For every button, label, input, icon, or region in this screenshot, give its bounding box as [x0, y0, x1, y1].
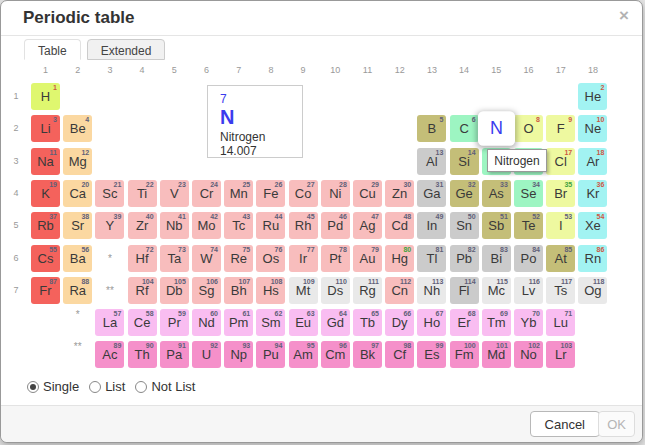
- element-cell-pd[interactable]: 46Pd: [321, 212, 350, 239]
- element-cell-si[interactable]: 14Si: [450, 148, 479, 175]
- element-cell-hs[interactable]: 108Hs: [256, 277, 285, 304]
- element-cell-tl[interactable]: 81Tl: [417, 245, 446, 272]
- element-cell-ni[interactable]: 28Ni: [321, 180, 350, 207]
- element-cell-li[interactable]: 3Li: [31, 115, 60, 142]
- element-cell-rh[interactable]: 45Rh: [289, 212, 318, 239]
- element-cell-v[interactable]: 23V: [160, 180, 189, 207]
- element-cell-te[interactable]: 52Te: [514, 212, 543, 239]
- element-cell-rg[interactable]: 111Rg: [353, 277, 382, 304]
- element-cell-pb[interactable]: 82Pb: [450, 245, 479, 272]
- element-cell-bi[interactable]: 83Bi: [482, 245, 511, 272]
- radio-list-circle[interactable]: [89, 381, 101, 393]
- element-cell-in[interactable]: 49In: [417, 212, 446, 239]
- element-cell-hf[interactable]: 72Hf: [128, 245, 157, 272]
- element-cell-na[interactable]: 11Na: [31, 148, 60, 175]
- element-cell-zr[interactable]: 40Zr: [128, 212, 157, 239]
- element-cell-sn[interactable]: 50Sn: [450, 212, 479, 239]
- element-cell-pt[interactable]: 78Pt: [321, 245, 350, 272]
- element-cell-ru[interactable]: 44Ru: [256, 212, 285, 239]
- element-cell-hg[interactable]: 80Hg: [385, 245, 414, 272]
- element-cell-am[interactable]: 95Am: [289, 341, 318, 368]
- element-cell-rb[interactable]: 37Rb: [31, 212, 60, 239]
- element-cell-cm[interactable]: 96Cm: [321, 341, 350, 368]
- element-cell-fr[interactable]: 87Fr: [31, 277, 60, 304]
- element-cell-xe[interactable]: 54Xe: [578, 212, 607, 239]
- tab-extended[interactable]: Extended: [87, 39, 166, 60]
- element-cell-ba[interactable]: 56Ba: [63, 245, 92, 272]
- element-cell-re[interactable]: 75Re: [224, 245, 253, 272]
- radio-list[interactable]: List: [89, 379, 125, 394]
- element-cell-h[interactable]: 1H: [31, 83, 60, 110]
- element-cell-ca[interactable]: 20Ca: [63, 180, 92, 207]
- element-cell-as[interactable]: 33As: [482, 180, 511, 207]
- element-cell-la[interactable]: 57La: [95, 309, 124, 336]
- element-cell-tm[interactable]: 69Tm: [482, 309, 511, 336]
- element-cell-sb[interactable]: 51Sb: [482, 212, 511, 239]
- element-cell-ac[interactable]: 89Ac: [95, 341, 124, 368]
- element-cell-n[interactable]: 7N: [478, 112, 515, 147]
- element-cell-pm[interactable]: 61Pm: [224, 309, 253, 336]
- element-cell-i[interactable]: 53I: [546, 212, 575, 239]
- radio-single[interactable]: Single: [27, 379, 79, 394]
- element-cell-mo[interactable]: 42Mo: [192, 212, 221, 239]
- element-cell-sg[interactable]: 106Sg: [192, 277, 221, 304]
- ok-button[interactable]: OK: [598, 411, 635, 437]
- element-cell-pa[interactable]: 91Pa: [160, 341, 189, 368]
- element-cell-dy[interactable]: 66Dy: [385, 309, 414, 336]
- element-cell-y[interactable]: 39Y: [95, 212, 124, 239]
- element-cell-bh[interactable]: 107Bh: [224, 277, 253, 304]
- element-cell-c[interactable]: 6C: [450, 115, 479, 142]
- element-cell-k[interactable]: 19K: [31, 180, 60, 207]
- cancel-button[interactable]: Cancel: [530, 411, 600, 437]
- element-cell-sr[interactable]: 38Sr: [63, 212, 92, 239]
- element-cell-no[interactable]: 102No: [514, 341, 543, 368]
- element-cell-sc[interactable]: 21Sc: [95, 180, 124, 207]
- element-cell-he[interactable]: 2He: [578, 83, 607, 110]
- element-cell-cn[interactable]: 112Cn: [385, 277, 414, 304]
- element-cell-md[interactable]: 101Md: [482, 341, 511, 368]
- tab-table[interactable]: Table: [24, 39, 81, 60]
- element-cell-fm[interactable]: 100Fm: [450, 341, 479, 368]
- element-cell-lr[interactable]: 103Lr: [546, 341, 575, 368]
- element-cell-mt[interactable]: 109Mt: [289, 277, 318, 304]
- element-cell-ta[interactable]: 73Ta: [160, 245, 189, 272]
- element-cell-fe[interactable]: 26Fe: [256, 180, 285, 207]
- element-cell-nd[interactable]: 60Nd: [192, 309, 221, 336]
- element-cell-os[interactable]: 76Os: [256, 245, 285, 272]
- element-cell-lv[interactable]: 116Lv: [514, 277, 543, 304]
- element-cell-ce[interactable]: 58Ce: [128, 309, 157, 336]
- element-cell-sm[interactable]: 62Sm: [256, 309, 285, 336]
- element-cell-br[interactable]: 35Br: [546, 180, 575, 207]
- element-cell-ge[interactable]: 32Ge: [450, 180, 479, 207]
- element-cell-cd[interactable]: 48Cd: [385, 212, 414, 239]
- element-cell-np[interactable]: 93Np: [224, 341, 253, 368]
- element-cell-nh[interactable]: 113Nh: [417, 277, 446, 304]
- element-cell-tc[interactable]: 43Tc: [224, 212, 253, 239]
- element-cell-at[interactable]: 85At: [546, 245, 575, 272]
- radio-not-list-circle[interactable]: [135, 381, 147, 393]
- element-cell-se[interactable]: 34Se: [514, 180, 543, 207]
- element-cell-po[interactable]: 84Po: [514, 245, 543, 272]
- element-cell-lu[interactable]: 71Lu: [546, 309, 575, 336]
- element-cell-mn[interactable]: 25Mn: [224, 180, 253, 207]
- element-cell-pr[interactable]: 59Pr: [160, 309, 189, 336]
- element-cell-zn[interactable]: 30Zn: [385, 180, 414, 207]
- element-cell-ti[interactable]: 22Ti: [128, 180, 157, 207]
- element-cell-kr[interactable]: 36Kr: [578, 180, 607, 207]
- element-cell-db[interactable]: 105Db: [160, 277, 189, 304]
- element-cell-es[interactable]: 99Es: [417, 341, 446, 368]
- element-cell-yb[interactable]: 70Yb: [514, 309, 543, 336]
- element-cell-f[interactable]: 9F: [546, 115, 575, 142]
- element-cell-b[interactable]: 5B: [417, 115, 446, 142]
- element-cell-mc[interactable]: 115Mc: [482, 277, 511, 304]
- element-cell-au[interactable]: 79Au: [353, 245, 382, 272]
- element-cell-be[interactable]: 4Be: [63, 115, 92, 142]
- element-cell-tb[interactable]: 65Tb: [353, 309, 382, 336]
- element-cell-er[interactable]: 68Er: [450, 309, 479, 336]
- element-cell-bk[interactable]: 97Bk: [353, 341, 382, 368]
- element-cell-ds[interactable]: 110Ds: [321, 277, 350, 304]
- element-cell-ho[interactable]: 67Ho: [417, 309, 446, 336]
- element-cell-ga[interactable]: 31Ga: [417, 180, 446, 207]
- element-cell-pu[interactable]: 94Pu: [256, 341, 285, 368]
- element-cell-cu[interactable]: 29Cu: [353, 180, 382, 207]
